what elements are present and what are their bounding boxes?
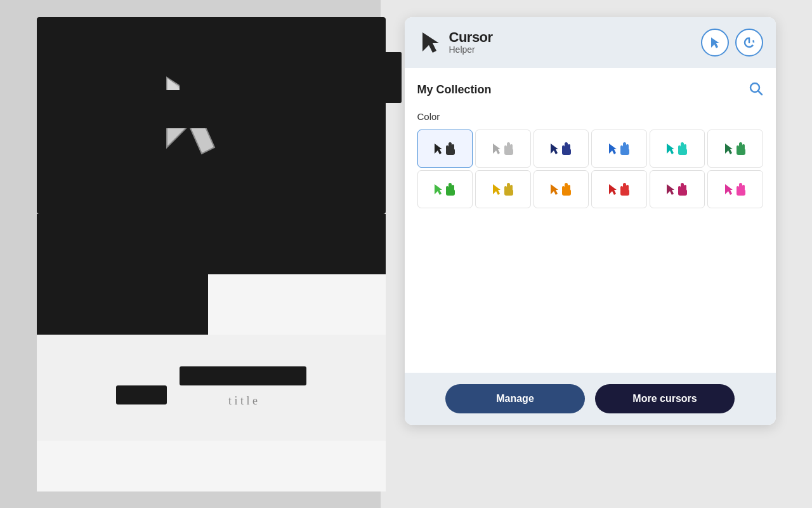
collection-header: My Collection bbox=[417, 81, 763, 100]
tagline: Manage r t i t l e bbox=[49, 360, 373, 415]
svg-marker-7 bbox=[711, 37, 719, 48]
cursor-cell-teal[interactable] bbox=[650, 130, 705, 168]
cursor-preview bbox=[37, 17, 386, 214]
search-icon bbox=[748, 81, 763, 96]
dark-left-block bbox=[37, 214, 208, 335]
svg-marker-6 bbox=[422, 32, 439, 53]
header-buttons bbox=[701, 29, 763, 57]
panel-header: Cursor Helper bbox=[405, 17, 776, 68]
cursor-pair bbox=[433, 182, 456, 196]
logo-icon bbox=[417, 30, 442, 54]
panel-body: My Collection Color bbox=[405, 68, 776, 373]
svg-marker-17 bbox=[493, 144, 501, 154]
left-panel: Manage r t i t l e bbox=[37, 17, 386, 491]
cursor-cell-crimson[interactable] bbox=[650, 170, 705, 208]
cursor-pair bbox=[665, 142, 688, 156]
svg-marker-62 bbox=[667, 184, 674, 195]
svg-marker-47 bbox=[493, 184, 501, 195]
more-cursors-button[interactable]: More cursors bbox=[595, 384, 735, 413]
cursor-cell-lime[interactable] bbox=[417, 170, 473, 208]
cursor-cell-pink[interactable] bbox=[707, 170, 763, 208]
svg-marker-32 bbox=[667, 144, 674, 154]
bottom-light bbox=[37, 441, 386, 491]
svg-rect-4 bbox=[180, 366, 306, 385]
cursor-pair bbox=[549, 142, 572, 156]
svg-rect-46 bbox=[446, 189, 455, 196]
svg-marker-42 bbox=[435, 184, 442, 195]
search-button[interactable] bbox=[748, 81, 763, 100]
cursor-pair bbox=[433, 142, 456, 156]
logo-helper-text: Helper bbox=[449, 45, 493, 55]
cursor-mode-button[interactable] bbox=[701, 29, 729, 57]
svg-rect-51 bbox=[504, 189, 513, 196]
svg-marker-12 bbox=[435, 144, 442, 154]
logo-text: Cursor Helper bbox=[449, 30, 493, 55]
right-panel: Cursor Helper bbox=[405, 17, 776, 425]
svg-marker-37 bbox=[725, 144, 733, 154]
light-bottom-right-block bbox=[208, 274, 386, 335]
svg-rect-41 bbox=[737, 149, 745, 155]
cursor-mode-icon bbox=[709, 36, 721, 49]
logo-cursor-text: Cursor bbox=[449, 30, 493, 45]
cursor-cell-black[interactable] bbox=[417, 130, 473, 168]
svg-rect-61 bbox=[620, 189, 629, 196]
description-area: Manage r t i t l e bbox=[37, 335, 386, 441]
logo-arrow-svg bbox=[417, 30, 442, 54]
power-icon bbox=[743, 36, 756, 49]
dark-top-right-block bbox=[208, 214, 386, 274]
app-logo: Cursor Helper bbox=[417, 30, 493, 55]
power-button[interactable] bbox=[735, 29, 763, 57]
collection-title: My Collection bbox=[417, 83, 492, 97]
svg-marker-27 bbox=[609, 144, 617, 154]
svg-rect-3 bbox=[116, 385, 167, 404]
cursor-cell-darkblue[interactable] bbox=[534, 130, 589, 168]
svg-line-11 bbox=[758, 91, 762, 95]
cursor-pair bbox=[549, 182, 572, 196]
cursor-grid bbox=[417, 130, 763, 208]
cursor-cell-red[interactable] bbox=[591, 170, 647, 208]
color-label: Color bbox=[417, 111, 763, 122]
cursor-cell-blue[interactable] bbox=[591, 130, 647, 168]
svg-rect-56 bbox=[562, 189, 571, 196]
svg-text:t i t l e: t i t l e bbox=[228, 394, 258, 407]
svg-rect-31 bbox=[620, 149, 629, 155]
tagline-svg: r t i t l e bbox=[84, 360, 338, 411]
cursor-cell-yellow[interactable] bbox=[475, 170, 531, 208]
svg-marker-52 bbox=[551, 184, 558, 195]
cursor-pair bbox=[608, 182, 631, 196]
svg-rect-21 bbox=[504, 149, 513, 155]
svg-rect-66 bbox=[678, 189, 687, 196]
svg-marker-57 bbox=[609, 184, 617, 195]
panel-footer: Manage More cursors bbox=[405, 373, 776, 425]
svg-rect-26 bbox=[562, 149, 571, 155]
svg-marker-22 bbox=[551, 144, 558, 154]
svg-marker-67 bbox=[725, 184, 733, 195]
cursor-pair bbox=[608, 142, 631, 156]
cursor-pair bbox=[724, 182, 747, 196]
cursor-pair bbox=[724, 142, 747, 156]
svg-rect-16 bbox=[446, 149, 455, 155]
cursor-pair bbox=[492, 182, 514, 196]
cursor-cell-green[interactable] bbox=[707, 130, 763, 168]
manage-button[interactable]: Manage bbox=[445, 384, 585, 413]
cursor-cell-gray[interactable] bbox=[475, 130, 531, 168]
cursor-cell-orange[interactable] bbox=[534, 170, 589, 208]
svg-rect-71 bbox=[737, 189, 745, 196]
cursor-pair bbox=[665, 182, 688, 196]
cursor-pair bbox=[492, 142, 514, 156]
svg-rect-36 bbox=[678, 149, 687, 155]
